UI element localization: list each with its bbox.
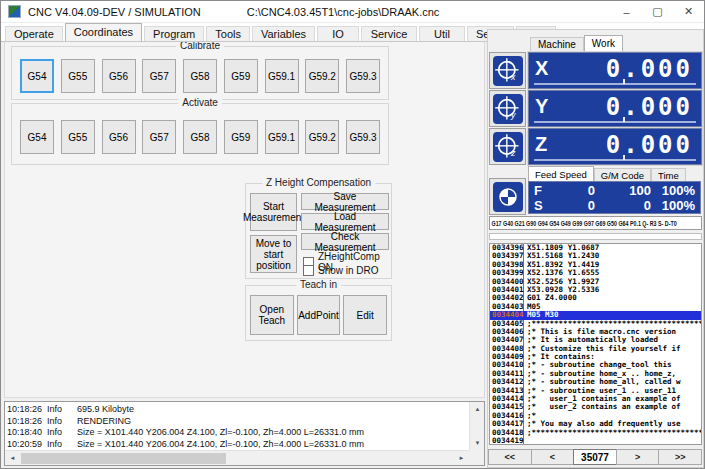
gcode-listing[interactable]: 0034396X51.1809 Y1.06870034397X51.5168 Y… [489,243,702,445]
tab-g-m-code[interactable]: G/M Code [594,168,651,181]
feed-speed-panel: F0100100%S00100% [528,181,701,214]
gcode-line-text: M05 M30 [524,311,701,319]
log-vertical-scrollbar[interactable]: ▲ ▼ [469,402,484,450]
move-to-start-position-button[interactable]: Move to start position [250,235,297,273]
teach-buttons-row: Open TeachAddPointEdit [250,295,387,335]
tab-io[interactable]: IO [317,26,359,41]
last-line-button[interactable]: >> [658,449,702,465]
show-in-dro-checkbox[interactable]: Show in DRO [303,265,379,276]
feed-actual: 0 [547,198,595,213]
zero-all-button[interactable] [489,178,526,215]
gcode-line-text: ;* - subroutine home_all, called w [524,378,701,386]
tab-util[interactable]: Util [419,26,465,41]
edit-button[interactable]: Edit [343,295,387,335]
window-file-path: C:\CNC4.03.45T1\cnc-jobs\DRAAK.cnc [247,6,440,18]
calibrate-g54-button[interactable]: G54 [20,59,54,93]
next-line-button[interactable]: > [616,449,660,465]
tab-machine[interactable]: Machine [530,37,584,51]
tab-coordinates[interactable]: Coordinates [65,23,142,41]
gcode-line-text: ;* This is file macro.cnc version [524,328,701,336]
tab-work[interactable]: Work [584,35,623,51]
maximize-icon[interactable]: ▢ [642,1,673,22]
log-row: 10:18:26InfoRENDERING [7,416,467,428]
activate-group: Activate G54G55G56G57G58G59G59.1G59.2G59… [11,103,389,165]
calibrate-g58-button[interactable]: G58 [183,59,217,93]
load-measurement-button[interactable]: Load Measurement [301,213,389,230]
zero-y-button[interactable]: y [489,90,526,127]
log-message: Size = X101.440 Y206.004 Z4.100, Zl=-0.1… [77,439,467,450]
gcode-line-text: X53.0928 Y2.5336 [524,286,701,294]
close-icon[interactable]: ✕ [673,1,704,22]
calibrate-g59-2-button[interactable]: G59.2 [305,59,339,93]
svg-text:y: y [509,110,515,120]
activate-g59-3-button[interactable]: G59.3 [346,120,380,154]
scroll-up-icon[interactable]: ▲ [470,402,485,416]
zero-z-button[interactable]: z [489,128,526,165]
log-message: RENDERING [77,416,467,428]
feed-label: S [529,198,547,213]
tab-operate[interactable]: Operate [5,26,63,41]
activate-g59-1-button[interactable]: G59.1 [265,120,299,154]
activate-g59-button[interactable]: G59 [224,120,258,154]
activate-g57-button[interactable]: G57 [142,120,176,154]
dro-axis-value: 0.000 [606,131,693,159]
gcode-line[interactable]: 0034419 [490,437,701,445]
checkbox-icon[interactable] [303,265,314,276]
prev-line-button[interactable]: < [531,449,575,465]
addpoint-button[interactable]: AddPoint [297,295,341,335]
tab-time[interactable]: Time [651,168,686,181]
tab-feed-speed[interactable]: Feed Speed [528,166,594,181]
tab-variables[interactable]: Variables [252,26,315,41]
zero-x-button[interactable]: x [489,52,526,89]
dro-scale-track [534,121,696,123]
calibrate-g57-button[interactable]: G57 [142,59,176,93]
feed-tab-bar: Feed SpeedG/M CodeTime [528,166,686,181]
calibrate-g59-button[interactable]: G59 [224,59,258,93]
dro-panel: MachineWork xX0.000yY0.000zZ0.000 Feed S… [487,29,704,468]
calibrate-g55-button[interactable]: G55 [61,59,95,93]
activate-g55-button[interactable]: G55 [61,120,95,154]
calibrate-g56-button[interactable]: G56 [102,59,136,93]
scroll-left-icon[interactable]: ◄ [5,451,20,465]
gcode-line-text: X52.5256 Y1.9927 [524,278,701,286]
open-teach-button[interactable]: Open Teach [250,295,294,335]
line-number-field[interactable]: 35077 [573,449,617,465]
activate-g54-button[interactable]: G54 [20,120,54,154]
minimize-icon[interactable]: – [611,1,642,22]
modal-gcode-text: G17 G40 G21 G90 G94 G54 G49 G99 G97 G69 … [490,220,677,227]
tab-tools[interactable]: Tools [206,26,250,41]
activate-g59-2-button[interactable]: G59.2 [305,120,339,154]
first-line-button[interactable]: << [488,449,532,465]
save-measurement-button[interactable]: Save Measurement [301,193,389,210]
feed-row-f: F0100100% [529,183,700,198]
calibrate-g59-3-button[interactable]: G59.3 [346,59,380,93]
gcode-line-text: ;***************************************… [524,320,701,328]
scrollbar-thumb[interactable] [21,453,226,464]
app-icon [8,5,21,18]
log-row: 10:18:40InfoSize = X101.440 Y206.004 Z4.… [7,427,467,439]
start-measurement-button[interactable]: Start Measurement [250,193,297,231]
log-horizontal-scrollbar[interactable]: ◄ ► [5,450,469,465]
calibrate-g59-1-button[interactable]: G59.1 [265,59,299,93]
calibrate-group: Calibrate G54G55G56G57G58G59G59.1G59.2G5… [11,46,389,100]
gcode-line-text: ;* - subroutine change_tool this [524,361,701,369]
scroll-right-icon[interactable]: ► [454,451,469,465]
gcode-line-text: X52.1376 Y1.6555 [524,269,701,277]
activate-g58-button[interactable]: G58 [183,120,217,154]
log-time: 10:18:40 [7,427,47,439]
gcode-line-text: ;* [524,412,701,420]
scroll-down-icon[interactable]: ▼ [470,436,485,450]
log-time: 10:18:26 [7,416,47,428]
activate-g56-button[interactable]: G56 [102,120,136,154]
log-row: 10:18:26Info695.9 Kilobyte [7,404,467,416]
gcode-line-text: ;* It contains: [524,353,701,361]
machine-work-tab-bar: MachineWork [530,35,623,51]
tab-program[interactable]: Program [144,26,204,41]
feed-override: 100% [651,183,699,198]
gcode-line-text: ;* user_1 contains an example of [524,395,701,403]
gcode-line-text: ;* user_2 contains an example of [524,403,701,411]
tab-service[interactable]: Service [361,26,417,41]
gcode-line-text: ;* It is automatically loaded [524,336,701,344]
log-rows: 10:18:26Info695.9 Kilobyte10:18:26InfoRE… [7,404,467,449]
check-measurement-button[interactable]: Check Measurement [301,233,389,250]
